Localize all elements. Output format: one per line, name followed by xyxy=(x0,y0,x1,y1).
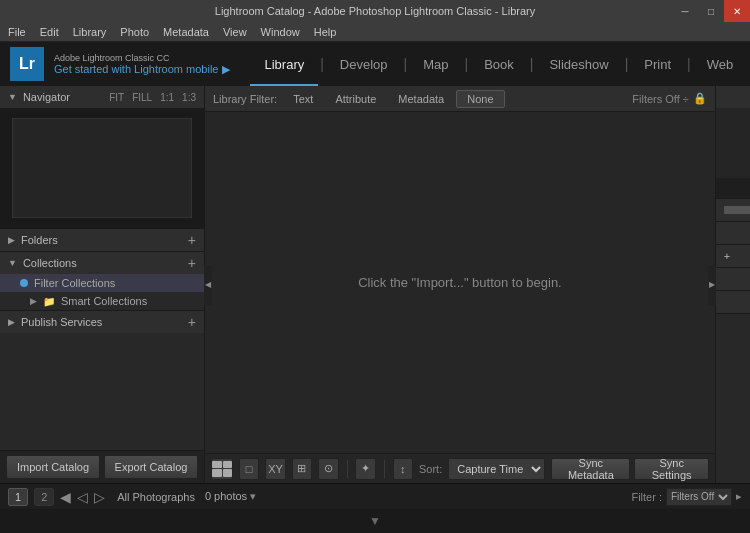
keyword-list-plus[interactable]: + xyxy=(724,250,730,262)
comments-header[interactable]: Comments ◀ xyxy=(716,291,750,313)
nav-fill[interactable]: FILL xyxy=(132,92,152,103)
collection-filter[interactable]: Filter Collections xyxy=(0,274,204,292)
tab-develop[interactable]: Develop xyxy=(326,42,402,86)
tagline-arrow: ▶ xyxy=(222,63,230,76)
filter-text[interactable]: Text xyxy=(283,91,323,107)
sync-metadata-button[interactable]: Sync Metadata xyxy=(551,458,630,480)
folders-add[interactable]: + xyxy=(188,232,196,248)
filter-collections-label: Filter Collections xyxy=(34,277,115,289)
folders-label: Folders xyxy=(21,234,58,246)
filmstrip-count: 0 photos ▾ xyxy=(205,490,256,503)
left-panel-collapse[interactable]: ◀ xyxy=(204,265,212,305)
spray-can-button[interactable]: ✦ xyxy=(355,458,375,480)
menu-help[interactable]: Help xyxy=(314,26,337,38)
menu-file[interactable]: File xyxy=(8,26,26,38)
collections-add[interactable]: + xyxy=(188,255,196,271)
title-bar: Lightroom Catalog - Adobe Photoshop Ligh… xyxy=(0,0,750,22)
toolbar-separator-1 xyxy=(347,460,348,478)
histogram-area xyxy=(716,108,750,198)
grid-view-button[interactable] xyxy=(211,458,233,480)
minimize-button[interactable]: ─ xyxy=(672,0,698,22)
tab-library[interactable]: Library xyxy=(250,42,318,86)
publish-triangle: ▶ xyxy=(8,317,15,327)
right-panel-collapse[interactable]: ▶ xyxy=(708,265,716,305)
smart-collections-label: Smart Collections xyxy=(61,295,147,307)
filter-attribute[interactable]: Attribute xyxy=(325,91,386,107)
maximize-button[interactable]: □ xyxy=(698,0,724,22)
collections-header[interactable]: ▼ Collections + xyxy=(0,252,204,274)
tab-slideshow[interactable]: Slideshow xyxy=(535,42,622,86)
sync-settings-button[interactable]: Sync Settings xyxy=(634,458,708,480)
metadata-section: Default Metadata ◀ xyxy=(716,268,750,291)
keywording-section: Keywording ◀ xyxy=(716,222,750,245)
histogram-header[interactable]: Histogram ◀ xyxy=(716,86,750,108)
center-panel: Library Filter: Text Attribute Metadata … xyxy=(205,86,715,483)
close-button[interactable]: ✕ xyxy=(724,0,750,22)
nav-1-3[interactable]: 1:3 xyxy=(182,92,196,103)
filmstrip-source[interactable]: All Photographs xyxy=(117,491,195,503)
filmstrip-nav-left[interactable]: ◀ xyxy=(60,489,71,505)
quick-develop-bar xyxy=(724,206,750,214)
publish-header[interactable]: ▶ Publish Services + xyxy=(0,311,204,333)
nav-1-1[interactable]: 1:1 xyxy=(160,92,174,103)
filter-none[interactable]: None xyxy=(456,90,504,108)
filter-text-label: Filter : xyxy=(631,491,662,503)
bottom-arrow-down[interactable]: ▼ xyxy=(369,514,381,528)
quick-develop-header[interactable]: Quick Develop ◀ xyxy=(716,199,750,221)
nav-fit[interactable]: FIT xyxy=(109,92,124,103)
compare-view-button[interactable]: XY xyxy=(265,458,285,480)
menu-photo[interactable]: Photo xyxy=(120,26,149,38)
menu-edit[interactable]: Edit xyxy=(40,26,59,38)
mobile-tagline[interactable]: Get started with Lightroom mobile ▶ xyxy=(54,63,230,76)
filmstrip-page1[interactable]: 1 xyxy=(8,488,28,506)
menu-library[interactable]: Library xyxy=(73,26,107,38)
tab-book[interactable]: Book xyxy=(470,42,528,86)
filter-label: Library Filter: xyxy=(213,93,277,105)
filter-dot xyxy=(20,279,28,287)
publish-add[interactable]: + xyxy=(188,314,196,330)
keywording-header[interactable]: Keywording ◀ xyxy=(716,222,750,244)
publish-services-panel: ▶ Publish Services + xyxy=(0,311,204,450)
lr-logo: Lr xyxy=(10,47,44,81)
sync-buttons: Sync Metadata Sync Settings xyxy=(551,458,709,480)
navigator-controls: FIT FILL 1:1 1:3 xyxy=(109,92,196,103)
publish-label: Publish Services xyxy=(21,316,102,328)
filmstrip-nav-prev[interactable]: ◁ xyxy=(77,489,88,505)
filter-metadata[interactable]: Metadata xyxy=(388,91,454,107)
navigator-triangle: ▼ xyxy=(8,92,17,102)
filmstrip-nav-next[interactable]: ▷ xyxy=(94,489,105,505)
histogram-section: Histogram ◀ xyxy=(716,86,750,199)
tab-print[interactable]: Print xyxy=(630,42,685,86)
nav-tabs: Library | Develop | Map | Book | Slidesh… xyxy=(250,42,747,86)
keyword-list-header[interactable]: + Keyword List ◀ xyxy=(716,245,750,267)
people-view-button[interactable]: ⊙ xyxy=(318,458,338,480)
bottom-strip: ▼ xyxy=(0,509,750,533)
survey-view-button[interactable]: ⊞ xyxy=(292,458,312,480)
menu-metadata[interactable]: Metadata xyxy=(163,26,209,38)
filmstrip-filter-select[interactable]: Filters Off xyxy=(666,488,732,506)
sort-direction-button[interactable]: ↕ xyxy=(393,458,413,480)
filmstrip-filter-expand[interactable]: ▸ xyxy=(736,490,742,503)
menu-window[interactable]: Window xyxy=(261,26,300,38)
folders-header[interactable]: ▶ Folders + xyxy=(0,229,204,251)
collection-smart[interactable]: ▶ 📁 Smart Collections xyxy=(0,292,204,310)
tab-map[interactable]: Map xyxy=(409,42,462,86)
export-catalog-button[interactable]: Export Catalog xyxy=(104,455,198,479)
loupe-view-button[interactable]: □ xyxy=(239,458,259,480)
metadata-header[interactable]: Default Metadata ◀ xyxy=(716,268,750,290)
filmstrip-page2[interactable]: 2 xyxy=(34,488,54,506)
sort-select[interactable]: Capture Time Added Order File Name Ratin… xyxy=(448,458,545,480)
count-dropdown[interactable]: ▾ xyxy=(250,490,256,502)
tab-web[interactable]: Web xyxy=(693,42,748,86)
lock-icon[interactable]: 🔒 xyxy=(693,92,707,105)
navigator-preview xyxy=(0,108,204,228)
menu-view[interactable]: View xyxy=(223,26,247,38)
import-catalog-button[interactable]: Import Catalog xyxy=(6,455,100,479)
sort-label: Sort: xyxy=(419,463,442,475)
navigator-header[interactable]: ▼ Navigator FIT FILL 1:1 1:3 xyxy=(0,86,204,108)
keyword-list-section: + Keyword List ◀ xyxy=(716,245,750,268)
menu-bar: File Edit Library Photo Metadata View Wi… xyxy=(0,22,750,42)
import-message: Click the "Import..." button to begin. xyxy=(358,275,562,290)
left-panel: ▼ Navigator FIT FILL 1:1 1:3 ▶ Folders + xyxy=(0,86,205,483)
photo-area: Click the "Import..." button to begin. xyxy=(205,112,715,453)
